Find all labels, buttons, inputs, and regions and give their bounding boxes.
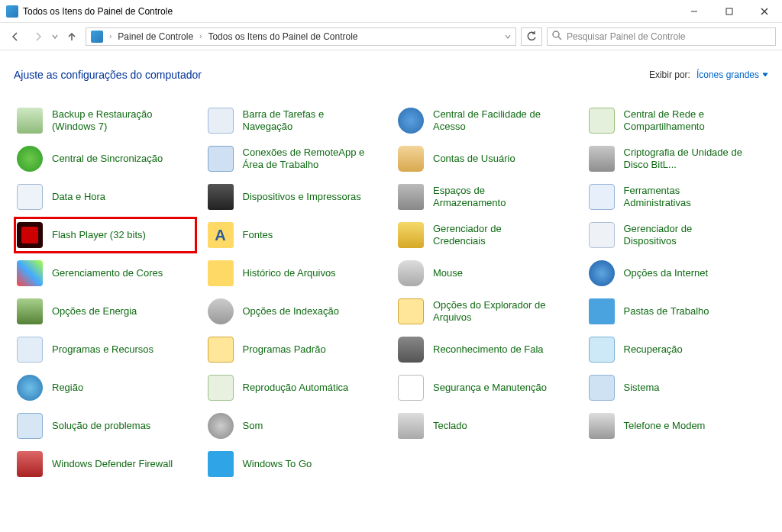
content-area: Ajuste as configurações do computador Ex… bbox=[0, 50, 782, 490]
svg-point-5 bbox=[553, 31, 559, 37]
cp-item-windows-to-go[interactable]: Windows To Go bbox=[205, 446, 388, 482]
breadcrumb-root[interactable]: Painel de Controle bbox=[118, 31, 193, 42]
search-box[interactable] bbox=[547, 27, 776, 46]
breadcrumb-current[interactable]: Todos os Itens do Painel de Controle bbox=[208, 31, 357, 42]
refresh-button[interactable] bbox=[521, 27, 542, 46]
cp-item-op-es-do-explorador-de-arquivos[interactable]: Opções do Explorador de Arquivos bbox=[395, 293, 578, 330]
system-icon bbox=[589, 375, 615, 401]
item-label: Telefone e Modem bbox=[624, 420, 706, 432]
cp-item-teclado[interactable]: Teclado bbox=[395, 408, 578, 444]
cp-item-contas-de-usu-rio[interactable]: Contas de Usuário bbox=[395, 140, 578, 177]
item-label: Região bbox=[52, 382, 83, 394]
cp-item-central-de-rede-e-compartilhamento[interactable]: Central de Rede e Compartilhamento bbox=[586, 102, 769, 139]
cp-item-solu-o-de-problemas[interactable]: Solução de problemas bbox=[14, 408, 197, 444]
cp-item-op-es-de-energia[interactable]: Opções de Energia bbox=[14, 293, 197, 330]
cp-item-sistema[interactable]: Sistema bbox=[586, 369, 769, 406]
cp-item-reconhecimento-de-fala[interactable]: Reconhecimento de Fala bbox=[395, 331, 578, 368]
items-grid: Backup e Restauração (Windows 7)Barra de… bbox=[14, 102, 768, 482]
cp-item-central-de-sincroniza-o[interactable]: Central de Sincronização bbox=[14, 140, 197, 177]
cp-item-conex-es-de-remoteapp-e-rea-de-trabalho[interactable]: Conexões de RemoteApp e Área de Trabalho bbox=[205, 140, 388, 177]
item-label: Programas e Recursos bbox=[52, 343, 153, 356]
programs-icon bbox=[17, 337, 43, 363]
cp-item-barra-de-tarefas-e-navega-o[interactable]: Barra de Tarefas e Navegação bbox=[205, 102, 388, 139]
content-header: Ajuste as configurações do computador Ex… bbox=[14, 69, 768, 81]
item-label: Recuperação bbox=[624, 343, 683, 356]
cp-item-flash-player-32-bits[interactable]: Flash Player (32 bits) bbox=[14, 217, 197, 253]
access-icon bbox=[398, 108, 424, 134]
recent-locations-button[interactable] bbox=[52, 31, 58, 42]
item-label: Ferramentas Administrativas bbox=[624, 185, 746, 210]
back-button[interactable] bbox=[6, 27, 24, 46]
cp-item-data-e-hora[interactable]: Data e Hora bbox=[14, 179, 197, 215]
item-label: Backup e Restauração (Windows 7) bbox=[52, 108, 174, 134]
search-input[interactable] bbox=[567, 31, 771, 42]
address-bar[interactable]: › Painel de Controle › Todos os Itens do… bbox=[86, 27, 516, 46]
chevron-right-icon: › bbox=[109, 32, 111, 40]
cp-item-regi-o[interactable]: Região bbox=[14, 369, 197, 406]
cp-item-recupera-o[interactable]: Recuperação bbox=[586, 331, 769, 368]
workfolders-icon bbox=[589, 298, 615, 324]
close-button[interactable] bbox=[747, 0, 782, 22]
cp-item-gerenciador-de-dispositivos[interactable]: Gerenciador de Dispositivos bbox=[586, 217, 769, 253]
cp-item-backup-e-restaura-o-windows-7[interactable]: Backup e Restauração (Windows 7) bbox=[14, 102, 197, 139]
minimize-button[interactable] bbox=[677, 0, 712, 22]
titlebar: Todos os Itens do Painel de Controle bbox=[0, 0, 782, 23]
cp-item-mouse[interactable]: Mouse bbox=[395, 255, 578, 292]
item-label: Sistema bbox=[624, 382, 660, 394]
trouble-icon bbox=[17, 413, 43, 439]
item-label: Opções do Explorador de Arquivos bbox=[433, 299, 555, 324]
cp-item-criptografia-de-unidade-de-disco-bitl[interactable]: Criptografia de Unidade de Disco BitL... bbox=[586, 140, 769, 177]
item-label: Barra de Tarefas e Navegação bbox=[243, 108, 365, 134]
default-icon bbox=[208, 337, 234, 363]
firewall-icon bbox=[17, 451, 43, 477]
view-by-value: Ícones grandes bbox=[696, 69, 759, 80]
cp-item-fontes[interactable]: AFontes bbox=[205, 217, 388, 253]
item-label: Windows To Go bbox=[243, 458, 312, 470]
svg-marker-7 bbox=[763, 73, 767, 76]
sync-icon bbox=[17, 146, 43, 172]
up-button[interactable] bbox=[63, 27, 81, 46]
cp-item-som[interactable]: Som bbox=[205, 408, 388, 444]
maximize-button[interactable] bbox=[712, 0, 747, 22]
item-label: Segurança e Manutenção bbox=[433, 382, 547, 394]
item-label: Espaços de Armazenamento bbox=[433, 185, 555, 210]
cp-item-programas-padr-o[interactable]: Programas Padrão bbox=[205, 331, 388, 368]
control-panel-icon bbox=[6, 5, 18, 18]
cp-item-gerenciamento-de-cores[interactable]: Gerenciamento de Cores bbox=[14, 255, 197, 292]
network-icon bbox=[589, 108, 615, 134]
cred-icon bbox=[398, 222, 424, 248]
storage-icon bbox=[398, 184, 424, 210]
fonts-icon: A bbox=[208, 222, 234, 248]
cp-item-gerenciador-de-credenciais[interactable]: Gerenciador de Credenciais bbox=[395, 217, 578, 253]
cp-item-dispositivos-e-impressoras[interactable]: Dispositivos e Impressoras bbox=[205, 179, 388, 215]
cp-item-telefone-e-modem[interactable]: Telefone e Modem bbox=[586, 408, 769, 444]
cp-item-espa-os-de-armazenamento[interactable]: Espaços de Armazenamento bbox=[395, 179, 578, 215]
item-label: Criptografia de Unidade de Disco BitL... bbox=[624, 147, 746, 172]
chevron-right-icon: › bbox=[199, 32, 202, 40]
item-label: Opções de Indexação bbox=[243, 305, 339, 318]
cp-item-seguran-a-e-manuten-o[interactable]: Segurança e Manutenção bbox=[395, 369, 578, 406]
cp-item-op-es-de-indexa-o[interactable]: Opções de Indexação bbox=[205, 293, 388, 330]
cp-item-reprodu-o-autom-tica[interactable]: Reprodução Automática bbox=[205, 369, 388, 406]
security-icon bbox=[398, 375, 424, 401]
togo-icon bbox=[208, 451, 234, 477]
item-label: Opções da Internet bbox=[624, 267, 709, 279]
item-label: Gerenciador de Credenciais bbox=[433, 223, 555, 248]
cp-item-ferramentas-administrativas[interactable]: Ferramentas Administrativas bbox=[586, 179, 769, 215]
cp-item-pastas-de-trabalho[interactable]: Pastas de Trabalho bbox=[586, 293, 769, 330]
cp-item-central-de-facilidade-de-acesso[interactable]: Central de Facilidade de Acesso bbox=[395, 102, 578, 139]
navigation-toolbar: › Painel de Controle › Todos os Itens do… bbox=[0, 23, 782, 50]
cp-item-op-es-da-internet[interactable]: Opções da Internet bbox=[586, 255, 769, 292]
view-by-dropdown[interactable]: Ícones grandes bbox=[696, 69, 768, 80]
window-title: Todos os Itens do Painel de Controle bbox=[23, 6, 677, 17]
internet-icon bbox=[589, 260, 615, 286]
address-dropdown-icon[interactable] bbox=[505, 31, 511, 42]
item-label: Solução de problemas bbox=[52, 420, 150, 432]
cp-item-programas-e-recursos[interactable]: Programas e Recursos bbox=[14, 331, 197, 368]
item-label: Programas Padrão bbox=[243, 343, 326, 356]
cp-item-windows-defender-firewall[interactable]: Windows Defender Firewall bbox=[14, 446, 197, 482]
forward-button[interactable] bbox=[29, 27, 47, 46]
color-icon bbox=[17, 260, 43, 286]
item-label: Som bbox=[243, 420, 263, 432]
cp-item-hist-rico-de-arquivos[interactable]: Histórico de Arquivos bbox=[205, 255, 388, 292]
